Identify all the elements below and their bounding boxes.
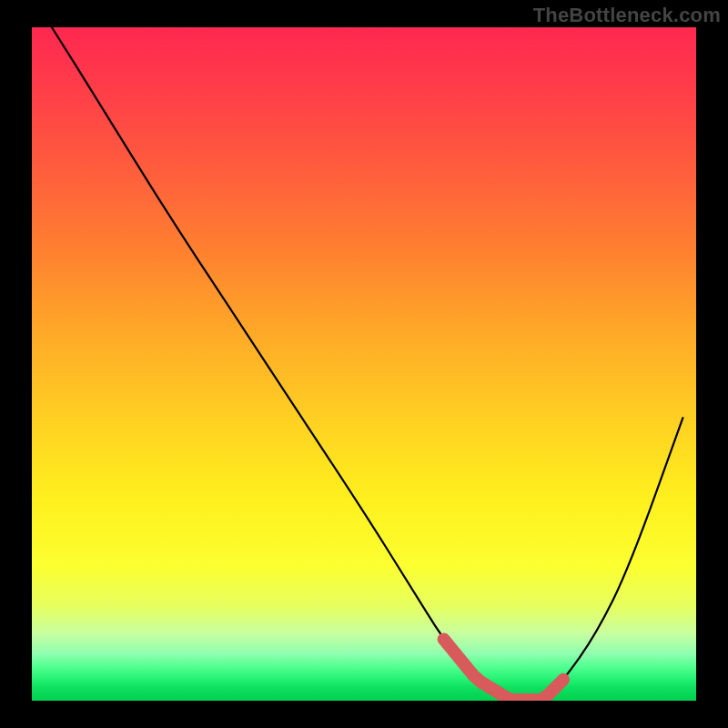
valley-highlight-path [444,639,563,700]
curve-svg [32,27,696,701]
bottleneck-curve-path [52,27,683,701]
chart-frame: TheBottleneck.com [0,0,728,728]
plot-area [32,27,696,701]
watermark-text: TheBottleneck.com [533,4,721,27]
